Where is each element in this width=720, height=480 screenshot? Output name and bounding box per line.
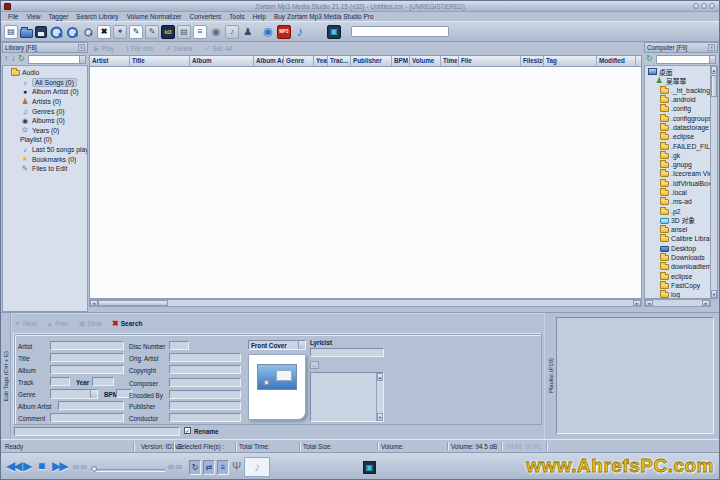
music-note-icon[interactable]: ♪ [293, 25, 307, 39]
scroll-down-icon[interactable]: ▼ [711, 290, 717, 298]
move-up-icon[interactable]: ↑ [4, 55, 8, 63]
computer-tree-item[interactable]: ansel [645, 225, 710, 234]
menu-item[interactable]: Volume Normalizer [123, 13, 186, 20]
library-tree-item[interactable]: Audio [3, 68, 87, 78]
document-icon[interactable]: ▤ [177, 25, 191, 39]
computer-tree-item[interactable]: Calibre Library [645, 234, 710, 243]
computer-tree-item[interactable]: downloadtemp [645, 262, 710, 271]
menu-item[interactable]: Tagger [44, 13, 72, 20]
computer-tree-item[interactable]: .p2 [645, 206, 710, 215]
search-tags-icon[interactable] [65, 25, 79, 39]
rewind-button[interactable]: ◀◀ [6, 459, 20, 473]
remote-control-icon[interactable]: ▣ [327, 25, 341, 39]
music-note-button[interactable]: ♪ [244, 457, 270, 477]
search-files-icon[interactable] [83, 26, 94, 37]
wizard-icon[interactable]: ♟ [241, 25, 255, 39]
album-field[interactable] [50, 365, 124, 374]
computer-tree-item[interactable]: Desktop [645, 244, 710, 253]
computer-tree-item[interactable]: .datastorage [645, 123, 710, 132]
computer-tree-item[interactable]: .Icecream Video Editor [645, 169, 710, 178]
scroll-thumb[interactable] [98, 300, 168, 306]
minimize-button[interactable] [693, 3, 699, 9]
write-tags-icon[interactable]: ✎ [129, 25, 143, 39]
scroll-down-icon[interactable]: ▼ [377, 413, 383, 421]
library-tree-item[interactable]: Bookmarks (0) [3, 154, 87, 164]
computer-filter-combo[interactable] [656, 55, 716, 64]
next-track-button[interactable]: ▶▶ [52, 459, 66, 473]
play-button[interactable]: ▶ Play [94, 45, 114, 53]
column-header[interactable]: Year [314, 56, 328, 66]
library-tree-item[interactable]: Files to Edit [3, 164, 87, 174]
computer-tree-item[interactable]: ._ht_tracking_recorder [645, 86, 710, 95]
cd-ripper-icon[interactable]: ◉ [209, 25, 223, 39]
lyricist-field[interactable] [310, 348, 384, 357]
conductor-field[interactable] [169, 413, 241, 422]
computer-tree-item[interactable]: Downloads [645, 253, 710, 262]
library-tree-item[interactable]: Album Artist (0) [3, 87, 87, 97]
menu-item[interactable]: Converters [186, 13, 226, 20]
menu-item[interactable]: Help [249, 13, 270, 20]
composer-field[interactable] [169, 378, 241, 387]
song-table-body[interactable] [89, 67, 642, 299]
stop-button[interactable]: ■ [38, 459, 45, 473]
title-field[interactable] [50, 353, 124, 362]
scroll-up-icon[interactable]: ▲ [711, 66, 717, 74]
search-library-icon[interactable] [48, 24, 63, 39]
computer-tree-item[interactable]: .gnupg [645, 160, 710, 169]
remote-screen-icon[interactable]: ▣ [363, 461, 376, 474]
shuffle-toggle[interactable]: ⇄ [203, 460, 215, 475]
library-tree-item[interactable]: Last 50 songs played [3, 145, 87, 155]
normalizer-icon[interactable]: ♪ [225, 25, 239, 39]
edit-tags-tab[interactable]: Edit Tags (Ctrl + E) [1, 313, 11, 439]
prev-button[interactable]: ▲ Prev [46, 320, 68, 327]
computer-horizontal-scrollbar[interactable]: ◄ ► [644, 299, 711, 307]
menu-item[interactable]: View [22, 13, 44, 20]
computer-tree-item[interactable]: .config [645, 104, 710, 113]
computer-tree-item[interactable]: .ms-ad [645, 197, 710, 206]
move-down-icon[interactable]: ↓ [11, 55, 15, 63]
computer-tree-item[interactable]: .android [645, 95, 710, 104]
artist-field[interactable] [50, 341, 124, 350]
scroll-right-icon[interactable]: ► [702, 300, 710, 306]
play-button[interactable]: ▶ [23, 459, 32, 473]
rename-checkbox[interactable]: ✓ [184, 427, 191, 434]
select-all-button[interactable]: ✓ Sel. All [205, 45, 233, 53]
copyright-field[interactable] [169, 365, 241, 374]
computer-tree-item[interactable]: .gk [645, 151, 710, 160]
seek-slider-handle[interactable] [91, 466, 97, 472]
library-tree-item[interactable]: Years (0) [3, 126, 87, 136]
album-artist-field[interactable] [58, 401, 124, 410]
column-header[interactable]: Album Ar... [254, 56, 284, 66]
save-button[interactable]: ▣ Save [79, 320, 102, 328]
open-folder-icon[interactable] [20, 29, 33, 38]
library-tree-item[interactable]: All Songs (0) [3, 78, 87, 88]
library-tree-item[interactable]: Genres (0) [3, 106, 87, 116]
tag-editor-icon[interactable]: ✦ [113, 25, 127, 39]
library-filter-combo[interactable] [28, 55, 86, 64]
computer-tree-item[interactable]: 桌面 [645, 67, 710, 76]
lyrics-textarea[interactable]: ▲ ▼ [310, 372, 384, 422]
refresh-icon[interactable]: ↻ [18, 55, 25, 63]
microphone-icon[interactable]: Ψ [232, 460, 241, 472]
mp3-converter-icon[interactable]: MP3 [277, 25, 291, 39]
close-button[interactable] [709, 3, 715, 9]
album-art[interactable] [248, 354, 306, 420]
scroll-thumb[interactable] [711, 75, 717, 97]
computer-tree-item[interactable]: .FAILED_FILE_CACHED_DI [645, 141, 710, 150]
computer-close-icon[interactable]: x [708, 44, 715, 51]
computer-tree-item[interactable]: eclipse [645, 272, 710, 281]
file-info-button[interactable]: ℹ File Info [126, 45, 154, 53]
scroll-left-icon[interactable]: ◄ [90, 300, 98, 306]
lyrics-more-button[interactable]: ... [310, 361, 319, 369]
disc-number-field[interactable] [169, 341, 189, 350]
seek-slider[interactable] [91, 469, 165, 472]
cover-type-select[interactable]: Front Cover [248, 340, 306, 350]
orig-artist-field[interactable] [169, 353, 241, 362]
computer-tree-item[interactable]: 吴翠翠 [645, 76, 710, 85]
publisher-field[interactable] [169, 401, 241, 410]
lyrics-scrollbar[interactable]: ▲ ▼ [376, 373, 383, 421]
computer-tree-item[interactable]: log [645, 290, 710, 298]
lyrics-icon[interactable]: ≡ [193, 25, 207, 39]
library-tree-item[interactable]: Albums (0) [3, 116, 87, 126]
column-header[interactable]: Publisher [351, 56, 392, 66]
